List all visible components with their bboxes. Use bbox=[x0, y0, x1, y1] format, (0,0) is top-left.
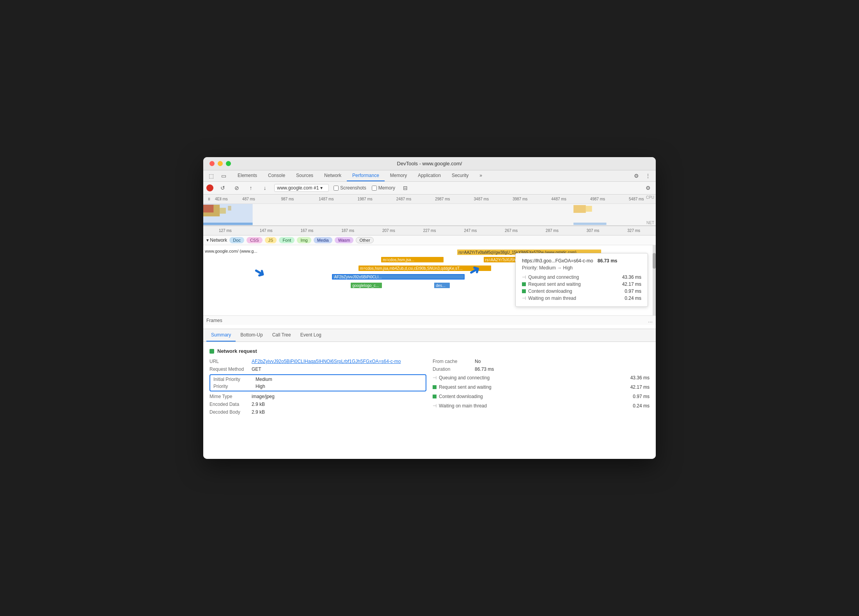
tab-memory[interactable]: Memory bbox=[385, 170, 412, 181]
memory-extra-icon[interactable]: ⊟ bbox=[401, 183, 410, 193]
zoom-label-0: 127 ms bbox=[205, 228, 246, 233]
timing-label-0: ⊣ Queuing and connecting bbox=[433, 375, 490, 381]
timeline-svg bbox=[203, 204, 656, 226]
filter-img[interactable]: Img bbox=[297, 237, 311, 243]
zoom-ruler: 127 ms 147 ms 167 ms 187 ms 207 ms 227 m… bbox=[203, 226, 656, 235]
bar-icon-d2 bbox=[433, 395, 437, 398]
panel-tabs: Elements Console Sources Network Perform… bbox=[232, 170, 488, 181]
row-bar-1: m=cdos,hsm,jsa... bbox=[381, 257, 444, 262]
inspect-icon[interactable]: ⬚ bbox=[206, 171, 216, 181]
url-selector[interactable]: www.google.com #1 ▾ bbox=[274, 184, 329, 192]
priority-label: Priority bbox=[213, 384, 252, 389]
toolbar-right: ⚙ ⋮ bbox=[632, 171, 653, 181]
clear-icon[interactable]: ⊘ bbox=[232, 183, 241, 193]
tooltip-priority: Priority: Medium → High bbox=[522, 265, 641, 271]
tooltip-row-label-2: Content downloading bbox=[522, 289, 572, 294]
tooltip-val-1: 42.17 ms bbox=[622, 281, 641, 287]
tooltip-row-label-0: ⊣ Queuing and connecting bbox=[522, 274, 579, 280]
svg-rect-4 bbox=[573, 205, 586, 213]
screenshots-checkbox[interactable] bbox=[334, 186, 339, 191]
detail-url-row: URL AF2bZyivvJ92o5BiPi0CLIHaqa5IHNOi6Srp… bbox=[209, 359, 426, 364]
filter-wasm[interactable]: Wasm bbox=[335, 237, 354, 243]
memory-checkbox[interactable] bbox=[372, 186, 377, 191]
duration-label: Duration bbox=[433, 366, 472, 372]
network-filter-bar: ▾ Network Doc CSS JS Font Img Media Wasm… bbox=[203, 235, 656, 245]
section-title: Network request bbox=[217, 348, 257, 354]
dropdown-icon: ▾ bbox=[320, 185, 323, 191]
reload-icon[interactable]: ↺ bbox=[218, 183, 227, 193]
tab-call-tree[interactable]: Call Tree bbox=[268, 329, 296, 342]
timeline-chart[interactable]: NET bbox=[203, 204, 656, 226]
mime-label: Mime Type bbox=[209, 394, 248, 399]
detail-panel: Network request URL AF2bZyivvJ92o5BiPi0C… bbox=[203, 342, 656, 459]
close-button[interactable] bbox=[209, 161, 215, 166]
tab-summary[interactable]: Summary bbox=[206, 329, 236, 342]
download-icon[interactable]: ↓ bbox=[260, 183, 270, 193]
row-bar-3-selected[interactable]: AF2bZyivvJ92o5BiPi0CLI... bbox=[332, 274, 465, 280]
tab-security[interactable]: Security bbox=[446, 170, 474, 181]
perf-settings-icon[interactable]: ⚙ bbox=[643, 183, 653, 193]
filter-font[interactable]: Font bbox=[279, 237, 295, 243]
green-dot-icon bbox=[209, 349, 214, 354]
tooltip-row-text-0: Queuing and connecting bbox=[528, 274, 579, 280]
tab-elements[interactable]: Elements bbox=[232, 170, 263, 181]
ruler-label-9: 4987 ms bbox=[578, 197, 617, 201]
tooltip-row-text-3: Waiting on main thread bbox=[528, 296, 576, 301]
timing-val-d2: 0.97 ms bbox=[633, 394, 650, 399]
filter-js[interactable]: JS bbox=[265, 237, 277, 243]
tab-performance[interactable]: Performance bbox=[347, 170, 385, 181]
memory-checkbox-label[interactable]: Memory bbox=[372, 185, 395, 191]
frames-bar: Frames ... bbox=[203, 315, 656, 325]
tab-bottom-up[interactable]: Bottom-Up bbox=[236, 329, 267, 342]
upload-icon[interactable]: ↑ bbox=[246, 183, 256, 193]
tab-application[interactable]: Application bbox=[412, 170, 446, 181]
more-dots[interactable]: ... bbox=[648, 317, 653, 324]
device-icon[interactable]: ▭ bbox=[219, 171, 228, 181]
tab-event-log[interactable]: Event Log bbox=[296, 329, 326, 342]
row-bar-4: googlelogo_c... bbox=[351, 283, 382, 288]
svg-rect-8 bbox=[573, 223, 606, 225]
detail-initial-priority-row: Initial Priority Medium bbox=[213, 377, 422, 382]
filter-doc[interactable]: Doc bbox=[229, 237, 244, 243]
tab-sources[interactable]: Sources bbox=[291, 170, 319, 181]
pause-indicator: ⏸ bbox=[207, 197, 211, 201]
url-value[interactable]: AF2bZyivvJ92o5BiPi0CLIHaqa5IHNOi6SrpLrbf… bbox=[252, 359, 401, 364]
network-timeline: ▾ Network Doc CSS JS Font Img Media Wasm… bbox=[203, 235, 656, 329]
cache-value: No bbox=[475, 359, 481, 364]
tooltip-row-label-1: Request sent and waiting bbox=[522, 281, 581, 287]
tooltip-val-3: 0.24 ms bbox=[625, 296, 641, 301]
row-bar-2: m=cdos,hsm,jsa,mb4Zub,d,csi,cEt90b,SNUn3… bbox=[359, 266, 491, 271]
tab-more[interactable]: » bbox=[474, 170, 488, 181]
minimize-button[interactable] bbox=[218, 161, 223, 166]
method-label: Request Method bbox=[209, 366, 248, 372]
traffic-lights bbox=[209, 161, 231, 166]
more-icon[interactable]: ⋮ bbox=[643, 171, 653, 181]
tab-network[interactable]: Network bbox=[319, 170, 347, 181]
ruler-label-0: 487 ms bbox=[229, 197, 268, 201]
screenshots-checkbox-label[interactable]: Screenshots bbox=[334, 185, 366, 191]
detail-cache-row: From cache No bbox=[433, 359, 650, 364]
zoom-label-4: 207 ms bbox=[368, 228, 409, 233]
network-label: ▾ Network bbox=[206, 237, 227, 243]
timing-label-2: Content downloading bbox=[433, 394, 483, 399]
tooltip-duration: 86.73 ms bbox=[598, 258, 618, 264]
row-label: www.google.com/ (www.g... bbox=[205, 249, 275, 253]
method-value: GET bbox=[252, 366, 261, 372]
filter-media[interactable]: Media bbox=[314, 237, 332, 243]
scrollbar-thumb[interactable] bbox=[653, 253, 656, 269]
memory-label: Memory bbox=[378, 185, 395, 191]
tab-console[interactable]: Console bbox=[263, 170, 291, 181]
bar-icon-d1 bbox=[433, 385, 437, 389]
detail-mime-row: Mime Type image/jpeg bbox=[209, 394, 426, 399]
tooltip-row-1: Request sent and waiting 42.17 ms bbox=[522, 281, 641, 288]
scrollbar[interactable] bbox=[653, 245, 656, 315]
filter-other[interactable]: Other bbox=[356, 237, 374, 243]
record-button[interactable] bbox=[206, 184, 213, 191]
maximize-button[interactable] bbox=[226, 161, 231, 166]
filter-css[interactable]: CSS bbox=[247, 237, 263, 243]
tooltip-val-2: 0.97 ms bbox=[625, 289, 641, 294]
encoded-value: 2.9 kB bbox=[252, 402, 265, 407]
cpu-label: CPU bbox=[646, 195, 654, 200]
settings-icon[interactable]: ⚙ bbox=[632, 171, 641, 181]
svg-rect-5 bbox=[586, 206, 592, 212]
